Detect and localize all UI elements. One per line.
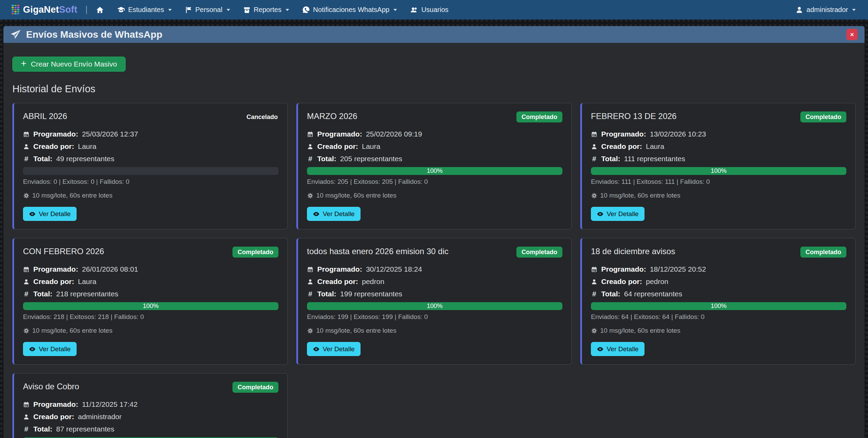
stats-line: Enviados: 111 | Exitosos: 111 | Fallidos… [591,178,846,186]
ver-detalle-button[interactable]: Ver Detalle [307,207,361,221]
nav-home[interactable] [96,6,104,14]
card-head: 18 de diciembre avisos Completado [591,247,846,258]
progress-bar: 100% [307,167,562,175]
eye-icon [29,346,36,353]
status-badge: Completado [800,111,846,122]
card-title: 18 de diciembre avisos [591,247,675,256]
calendar-icon [23,266,30,273]
envio-card: MARZO 2026 Completado Programado: 25/02/… [296,103,572,229]
ver-detalle-label: Ver Detalle [39,210,71,218]
ver-detalle-button[interactable]: Ver Detalle [23,207,77,221]
close-button[interactable]: × [846,29,858,40]
brand-logo[interactable]: GigaNetSoft [12,4,77,15]
cards-grid: ABRIL 2026 Cancelado Programado: 25/03/2… [12,103,856,438]
hash-icon: # [591,155,597,163]
total-label: Total: [33,290,53,298]
envio-card: ABRIL 2026 Cancelado Programado: 25/03/2… [12,103,288,229]
total-value: 49 representantes [56,155,114,163]
total-row: # Total: 218 representantes [23,290,278,298]
ver-detalle-button[interactable]: Ver Detalle [591,342,644,356]
calendar-icon [23,131,30,138]
caret-down-icon [168,9,172,11]
brand-name: GigaNetSoft [23,4,77,15]
card-title: FEBRERO 13 DE 2026 [591,111,676,121]
create-envio-button[interactable]: + Crear Nuevo Envío Masivo [12,57,126,72]
config-line: 10 msg/lote, 60s entre lotes [591,327,846,334]
user-icon [795,6,803,14]
creado-row: Creado por: pedron [591,277,846,286]
programado-row: Programado: 13/02/2026 10:23 [591,130,846,138]
ver-detalle-button[interactable]: Ver Detalle [591,207,644,221]
user-icon [307,279,313,285]
total-value: 199 representantes [340,290,402,298]
config-text: 10 msg/lote, 60s entre lotes [316,192,396,199]
progress-bar [23,167,278,175]
status-badge: Completado [800,247,846,258]
status-badge: Completado [516,111,562,122]
home-icon [96,6,104,14]
programado-label: Programado: [33,400,78,409]
creado-value: Laura [362,142,380,151]
creado-label: Creado por: [317,142,358,151]
programado-value: 26/01/2026 08:01 [82,265,138,273]
creado-row: Creado por: Laura [23,142,278,151]
creado-value: Laura [78,142,96,151]
total-label: Total: [317,155,336,163]
user-icon [307,143,313,150]
progress-bar: 100% [23,302,278,310]
panel-content: + Crear Nuevo Envío Masivo Historial de … [3,43,865,438]
card-title: Aviso de Cobro [23,382,79,391]
total-row: # Total: 199 representantes [307,290,562,298]
graduation-cap-icon [117,6,125,14]
creado-row: Creado por: Laura [23,277,278,286]
nav-user-menu[interactable]: administrador [795,6,856,14]
envio-card: todos hasta enero 2026 emision 30 dic Co… [296,238,572,365]
eye-icon [597,211,604,217]
creado-value: pedron [362,277,384,286]
whatsapp-icon [302,6,310,14]
gear-icon [23,192,30,199]
ver-detalle-button[interactable]: Ver Detalle [23,342,77,356]
nav-reportes[interactable]: Reportes [243,6,289,14]
stats-line: Enviados: 199 | Exitosos: 199 | Fallidos… [307,313,562,321]
hash-icon: # [23,290,30,298]
stats-line: Enviados: 218 | Exitosos: 218 | Fallidos… [23,313,278,321]
programado-label: Programado: [33,265,78,273]
total-value: 205 representantes [340,155,402,163]
programado-row: Programado: 18/12/2025 20:52 [591,265,846,273]
nav-usuarios[interactable]: Usuarios [410,6,448,14]
config-text: 10 msg/lote, 60s entre lotes [600,192,680,199]
card-title: todos hasta enero 2026 emision 30 dic [307,247,448,256]
ver-detalle-label: Ver Detalle [39,345,71,353]
creado-value: Laura [646,142,664,151]
panel-header: Envíos Masivos de WhatsApp × [3,26,865,43]
creado-row: Creado por: administrador [23,413,278,421]
stats-line: Enviados: 0 | Exitosos: 0 | Fallidos: 0 [23,178,278,186]
programado-row: Programado: 25/02/2026 09:19 [307,130,562,138]
programado-label: Programado: [601,130,646,138]
eye-icon [313,346,320,353]
nav-personal[interactable]: Personal [185,6,230,14]
calendar-icon [307,131,313,138]
creado-label: Creado por: [33,413,74,421]
programado-value: 25/02/2026 09:19 [366,130,422,138]
ver-detalle-button[interactable]: Ver Detalle [307,342,361,356]
progress-bar: 100% [307,302,562,310]
total-label: Total: [33,155,53,163]
progress-fill: 100% [23,302,278,310]
caret-down-icon [852,9,856,11]
total-value: 111 representantes [624,155,685,163]
nav-notificaciones-whatsapp[interactable]: Notificaciones WhatsApp [302,6,397,14]
card-title: ABRIL 2026 [23,111,67,121]
total-row: # Total: 64 representantes [591,290,846,298]
programado-row: Programado: 30/12/2025 18:24 [307,265,562,273]
nav-estudiantes[interactable]: Estudiantes [117,6,172,14]
flag-icon [185,6,192,14]
progress-bar: 100% [591,302,846,310]
plus-icon: + [21,59,26,68]
card-head: todos hasta enero 2026 emision 30 dic Co… [307,247,562,258]
creado-row: Creado por: Laura [591,142,846,151]
user-icon [591,143,597,150]
caret-down-icon [227,9,230,11]
hash-icon: # [23,425,30,433]
